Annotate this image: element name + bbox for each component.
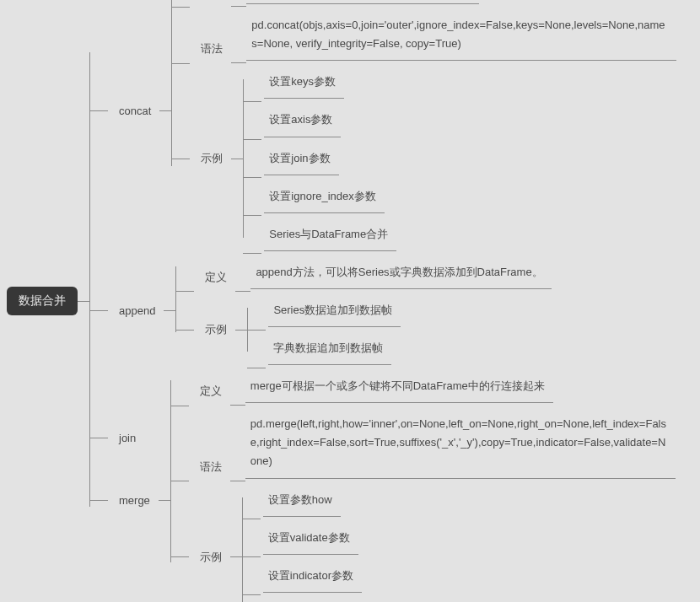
concat-example-label: 示例 xyxy=(192,148,231,169)
branch-merge-def: 定义 merge可根据一个或多个键将不同DataFrame中的行连接起来 xyxy=(170,368,676,406)
concat-syntax-label: 语法 xyxy=(192,38,231,63)
branch-concat-def: 定义 concat可以沿着一条轴将多个对象堆叠到一起 xyxy=(171,0,676,7)
branch-join: join xyxy=(89,428,161,448)
concat-example-item: 设置join参数 xyxy=(264,142,338,175)
append-example-item: 字典数据追加到数据帧 xyxy=(268,332,391,365)
merge-example-item: 设置参数how xyxy=(263,484,341,517)
append-def-label: 定义 xyxy=(197,266,235,292)
concat-example-item: Series与DataFrame合并 xyxy=(264,218,396,251)
root-node[interactable]: 数据合并 xyxy=(7,287,78,315)
node-join[interactable]: join xyxy=(110,428,161,448)
merge-label: merge xyxy=(110,491,159,510)
merge-syntax-label: 语法 xyxy=(191,456,230,481)
merge-syntax-text: pd.merge(left,right,how='inner',on=None,… xyxy=(245,408,676,478)
branch-merge: merge 定义 merge可根据一个或多个键将不同DataFrame中的行连接… xyxy=(89,368,676,602)
append-example-label: 示例 xyxy=(197,319,235,341)
join-label: join xyxy=(110,428,161,448)
branch-append-examples: 示例 Series数据追加到数据帧 字典数据追加到数据帧 xyxy=(175,292,551,368)
append-label: append xyxy=(110,301,164,320)
node-append[interactable]: append xyxy=(110,301,164,320)
merge-example-label: 示例 xyxy=(191,546,230,568)
branch-append: append 定义 append方法，可以将Series或字典数据添加到Data… xyxy=(89,254,676,368)
merge-example-item: 设置left_on参数和right_on参数 xyxy=(263,598,426,602)
concat-example-item: 设置axis参数 xyxy=(264,104,341,137)
merge-def-label: 定义 xyxy=(191,380,230,406)
branch-concat-examples: 示例 设置keys参数 设置axis参数 设置join参数 设置ignore_i… xyxy=(171,63,676,253)
concat-syntax-text: pd.concat(objs,axis=0,join='outer',ignor… xyxy=(246,9,676,61)
concat-label: concat xyxy=(110,101,159,121)
concat-def-label: 定义 xyxy=(192,0,231,7)
merge-example-item: 设置validate参数 xyxy=(263,522,358,555)
merge-def-text: merge可根据一个或多个键将不同DataFrame中的行连接起来 xyxy=(245,370,553,403)
concat-example-item: 设置keys参数 xyxy=(264,66,344,99)
concat-example-item: 设置ignore_index参数 xyxy=(264,180,384,213)
concat-def-text: concat可以沿着一条轴将多个对象堆叠到一起 xyxy=(246,0,478,4)
branch-append-def: 定义 append方法，可以将Series或字典数据添加到DataFrame。 xyxy=(175,254,551,292)
branch-concat-syntax: 语法 pd.concat(objs,axis=0,join='outer',ig… xyxy=(171,7,676,63)
merge-example-item: 设置indicator参数 xyxy=(263,560,362,593)
mindmap: 数据合并 concat 定义 concat可以沿着一条轴将多个对象堆叠到一起 语… xyxy=(7,0,676,602)
branch-merge-examples: 示例 设置参数how 设置validate参数 设置indicator参数 设置… xyxy=(170,481,676,602)
append-example-item: Series数据追加到数据帧 xyxy=(268,294,401,327)
branch-merge-syntax: 语法 pd.merge(left,right,how='inner',on=No… xyxy=(170,406,676,481)
node-concat[interactable]: concat xyxy=(110,101,159,121)
branch-concat: concat 定义 concat可以沿着一条轴将多个对象堆叠到一起 语法 pd.… xyxy=(89,0,676,254)
append-def-text: append方法，可以将Series或字典数据添加到DataFrame。 xyxy=(250,256,551,289)
node-merge[interactable]: merge xyxy=(110,491,159,510)
